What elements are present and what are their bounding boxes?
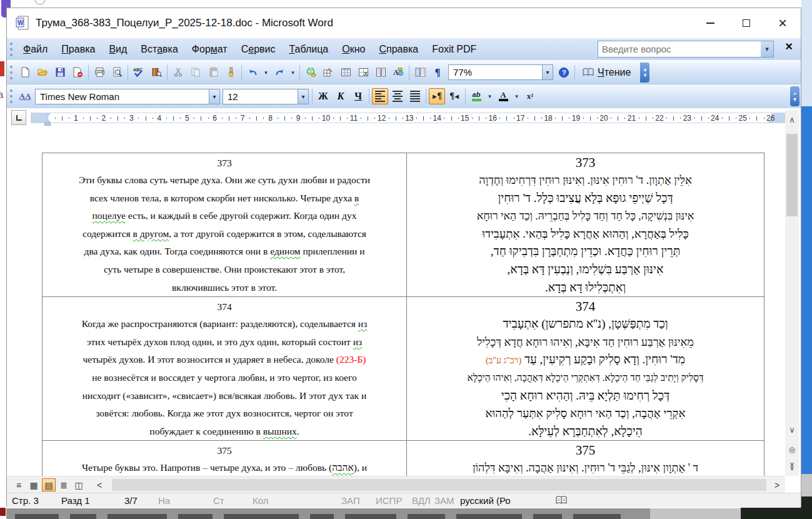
document-map-button[interactable] xyxy=(412,64,428,81)
menu-item-файл[interactable]: Файл xyxy=(16,44,54,55)
question-dropdown-icon[interactable]: ▾ xyxy=(761,41,773,57)
copy-button[interactable] xyxy=(188,64,204,81)
scroll-right-button[interactable]: > xyxy=(771,478,783,491)
font-name-combo[interactable]: Times New Roman ▾ xyxy=(35,89,220,104)
status-кол[interactable]: Кол xyxy=(253,495,269,506)
hebrew-cell[interactable]: 373אִלֵּין אַתְוָון. ד' רוּחִין אִינּוּן… xyxy=(407,153,764,296)
menu-item-таблица[interactable]: Таблица xyxy=(282,44,335,55)
scroll-up-button[interactable]: ∧ xyxy=(785,111,799,128)
russian-cell[interactable]: 374Когда же распространяются (вариант: р… xyxy=(43,297,407,440)
help-button[interactable]: ? xyxy=(556,64,572,81)
redo-button[interactable] xyxy=(271,64,288,81)
research-button[interactable] xyxy=(148,64,164,81)
question-input[interactable] xyxy=(598,44,761,54)
view-print-layout-button[interactable]: ▤ xyxy=(42,478,56,491)
toolbar-options-button[interactable]: ▾ ▾ xyxy=(640,63,649,83)
zoom-combo[interactable]: 77% ▾ xyxy=(448,64,553,80)
font-size-value[interactable]: 12 xyxy=(223,89,298,104)
new-document-button[interactable] xyxy=(17,64,33,81)
status-на[interactable]: На xyxy=(158,495,170,506)
status-ст[interactable]: Ст xyxy=(213,495,224,506)
drawing-button[interactable]: A xyxy=(390,64,406,81)
close-button[interactable]: × xyxy=(764,8,801,38)
menu-item-вид[interactable]: Вид xyxy=(102,44,134,55)
permission-button[interactable] xyxy=(69,64,86,81)
menu-item-формат[interactable]: Формат xyxy=(185,44,234,55)
first-line-indent-marker[interactable] xyxy=(44,113,51,118)
hebrew-cell[interactable]: 374וְכַד מִתְפַּשְּׁטָן, (נ''א מתפרשן) א… xyxy=(407,297,764,440)
question-box[interactable]: ▾ xyxy=(598,41,774,58)
maximize-button[interactable] xyxy=(728,8,764,38)
zoom-dropdown-icon[interactable]: ▾ xyxy=(542,64,553,80)
russian-cell[interactable]: 375Четыре буквы это. Напротив – четыре д… xyxy=(43,441,407,476)
bold-button[interactable]: Ж xyxy=(315,88,331,104)
ltr-paragraph-button[interactable]: ▶¶ xyxy=(429,88,445,104)
vertical-scrollbar[interactable]: ∧ ∨ ◎ ∨∨ xyxy=(785,110,799,476)
russian-cell[interactable]: 373Эти буквы слова суть четыре духа. Они… xyxy=(43,153,407,296)
highlight-button[interactable]: ab xyxy=(468,88,484,104)
next-page-button[interactable]: ∨∨ xyxy=(785,458,799,474)
vertical-scroll-thumb[interactable] xyxy=(786,134,798,216)
font-size-dropdown-icon[interactable]: ▾ xyxy=(298,89,309,104)
toolbar-grip[interactable] xyxy=(10,43,13,56)
minimize-button[interactable] xyxy=(692,8,728,38)
font-name-dropdown-icon[interactable]: ▾ xyxy=(209,89,220,104)
tables-and-borders-button[interactable] xyxy=(320,64,336,81)
spelling-status-icon[interactable] xyxy=(556,495,567,505)
print-button[interactable] xyxy=(91,64,108,81)
status-стр-3[interactable]: Стр. 3 xyxy=(12,495,39,506)
insert-hyperlink-button[interactable] xyxy=(303,64,319,81)
font-name-value[interactable]: Times New Roman xyxy=(35,89,209,104)
menu-item-окно[interactable]: Окно xyxy=(335,44,372,55)
save-button[interactable] xyxy=(52,64,68,81)
formatting-toolbar-options-button[interactable]: » ▾ xyxy=(790,86,799,106)
rtl-paragraph-button[interactable]: ¶◀ xyxy=(446,88,463,104)
status-русский-ро[interactable]: русский (Ро xyxy=(460,495,511,506)
status-испр[interactable]: ИСПР xyxy=(376,495,402,506)
horizontal-scroll-thumb[interactable] xyxy=(112,479,766,491)
spelling-button[interactable]: ABC xyxy=(131,64,147,81)
underline-button[interactable]: Ч xyxy=(350,88,366,104)
styles-button[interactable]: АА xyxy=(17,88,33,104)
undo-button[interactable] xyxy=(244,64,261,81)
superscript-button[interactable]: x² xyxy=(522,88,538,104)
document-area[interactable]: 373Эти буквы слова суть четыре духа. Они… xyxy=(7,128,785,476)
view-outline-button[interactable]: ≣ xyxy=(57,478,71,491)
hanging-indent-marker[interactable] xyxy=(44,118,51,123)
insert-table-button[interactable] xyxy=(338,64,354,81)
cut-button[interactable] xyxy=(170,64,186,81)
menu-item-вставка[interactable]: Вставка xyxy=(134,44,184,55)
status-3-7[interactable]: 3/7 xyxy=(124,495,138,506)
align-center-button[interactable] xyxy=(389,88,406,104)
browse-object-button[interactable]: ◎ xyxy=(785,441,799,458)
view-web-button[interactable]: ▦ xyxy=(27,478,41,491)
scroll-down-button[interactable]: ∨ xyxy=(785,421,799,438)
tab-selector[interactable] xyxy=(11,110,26,125)
zoom-value[interactable]: 77% xyxy=(448,64,542,80)
undo-dropdown[interactable]: ▾ xyxy=(262,64,270,81)
status-зап[interactable]: ЗАП xyxy=(341,495,360,506)
columns-button[interactable] xyxy=(373,64,389,81)
toolbar-grip[interactable] xyxy=(10,89,13,103)
font-color-dropdown[interactable]: ▾ xyxy=(513,88,521,104)
open-button[interactable] xyxy=(34,64,51,81)
menubar-close-icon[interactable]: × xyxy=(781,39,797,54)
italic-button[interactable]: К xyxy=(333,88,349,104)
view-normal-button[interactable]: ≡ xyxy=(12,478,26,491)
left-indent-marker[interactable] xyxy=(44,123,51,126)
align-left-button[interactable] xyxy=(372,88,388,104)
hebrew-cell[interactable]: 375ד ' אַתְוָון אִינּוּן, לְגַבֵּי ד' רו… xyxy=(407,441,764,476)
font-size-combo[interactable]: 12 ▾ xyxy=(223,89,309,104)
read-mode-button[interactable]: Чтение xyxy=(577,63,636,82)
print-preview-button[interactable] xyxy=(109,64,125,81)
view-reading-button[interactable]: ◫ xyxy=(72,478,86,491)
justify-button[interactable] xyxy=(407,88,423,104)
status-вдл[interactable]: ВДЛ xyxy=(412,495,431,506)
redo-dropdown[interactable]: ▾ xyxy=(289,64,297,81)
toolbar-grip[interactable] xyxy=(10,66,13,79)
font-color-button[interactable]: A xyxy=(495,88,511,104)
scroll-left-button[interactable]: < xyxy=(93,478,106,491)
status-зам[interactable]: ЗАМ xyxy=(434,495,454,506)
menu-item-foxit pdf[interactable]: Foxit PDF xyxy=(425,44,483,55)
insert-excel-table-button[interactable]: X xyxy=(355,64,371,81)
